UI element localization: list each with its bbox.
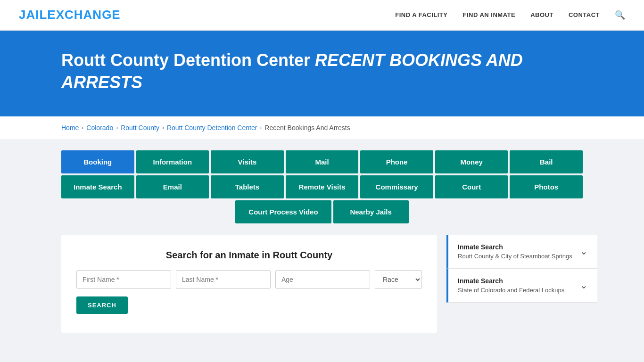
tab-row-3: Court Process Video Nearby Jails xyxy=(61,200,583,223)
chevron-down-icon: ⌄ xyxy=(580,246,588,257)
main-nav: FIND A FACILITY FIND AN INMATE ABOUT CON… xyxy=(395,10,625,20)
tab-booking[interactable]: Booking xyxy=(61,150,134,173)
logo-part1: JAIL xyxy=(19,8,47,22)
tab-money[interactable]: Money xyxy=(435,150,508,173)
tab-visits[interactable]: Visits xyxy=(211,150,284,173)
search-form-card: Search for an Inmate in Routt County Rac… xyxy=(61,235,437,333)
breadcrumb-sep-2: › xyxy=(116,124,118,131)
search-button[interactable]: SEARCH xyxy=(76,296,128,314)
logo[interactable]: JAILEXCHANGE xyxy=(19,8,121,22)
sidebar: Inmate Search Routt County & City of Ste… xyxy=(446,235,597,333)
breadcrumb-detention-center[interactable]: Routt County Detention Center xyxy=(167,124,257,132)
breadcrumb-current: Recent Bookings And Arrests xyxy=(264,124,350,132)
form-actions: SEARCH xyxy=(76,296,422,314)
hero-banner: Routt County Detention Center RECENT BOO… xyxy=(0,31,644,116)
nav-about[interactable]: ABOUT xyxy=(530,11,553,18)
tab-button-grid: Booking Information Visits Mail Phone Mo… xyxy=(61,150,583,223)
tab-tablets[interactable]: Tablets xyxy=(211,175,284,198)
tab-remote-visits[interactable]: Remote Visits xyxy=(286,175,359,198)
breadcrumb-colorado[interactable]: Colorado xyxy=(86,124,113,132)
header: JAILEXCHANGE FIND A FACILITY FIND AN INM… xyxy=(0,0,644,31)
tab-row-2: Inmate Search Email Tablets Remote Visit… xyxy=(61,175,583,198)
nav-find-inmate[interactable]: FIND AN INMATE xyxy=(462,11,515,18)
breadcrumb-routt-county[interactable]: Routt County xyxy=(121,124,159,132)
tab-row-1: Booking Information Visits Mail Phone Mo… xyxy=(61,150,583,173)
tab-nearby-jails[interactable]: Nearby Jails xyxy=(333,200,409,223)
form-row-names: Race White Black Hispanic Asian Other xyxy=(76,270,422,289)
breadcrumb-sep-1: › xyxy=(82,124,83,131)
tab-email[interactable]: Email xyxy=(136,175,209,198)
tab-mail[interactable]: Mail xyxy=(286,150,359,173)
page-title: Routt County Detention Center RECENT BOO… xyxy=(61,49,583,94)
tab-bail[interactable]: Bail xyxy=(510,150,583,173)
breadcrumb: Home › Colorado › Routt County › Routt C… xyxy=(0,116,644,139)
tab-phone[interactable]: Phone xyxy=(360,150,433,173)
tab-photos[interactable]: Photos xyxy=(510,175,583,198)
page-title-main: Routt County Detention Center xyxy=(61,50,315,70)
race-select[interactable]: Race White Black Hispanic Asian Other xyxy=(375,270,422,289)
sidebar-item-routt-title: Inmate Search xyxy=(458,243,572,251)
sidebar-item-colorado-subtitle: State of Colorado and Federal Lockups xyxy=(458,287,564,294)
lower-section: Search for an Inmate in Routt County Rac… xyxy=(61,235,583,333)
search-form-title: Search for an Inmate in Routt County xyxy=(76,250,422,261)
breadcrumb-sep-4: › xyxy=(260,124,262,131)
sidebar-item-routt-subtitle: Routt County & City of Steamboat Springs xyxy=(458,253,572,260)
age-input[interactable] xyxy=(275,270,370,289)
sidebar-item-colorado-text: Inmate Search State of Colorado and Fede… xyxy=(458,277,564,294)
sidebar-item-routt[interactable]: Inmate Search Routt County & City of Ste… xyxy=(446,235,597,269)
tab-court[interactable]: Court xyxy=(435,175,508,198)
chevron-down-icon-2: ⌄ xyxy=(580,280,588,291)
tab-information[interactable]: Information xyxy=(136,150,209,173)
search-icon-button[interactable]: 🔍 xyxy=(615,10,625,20)
first-name-input[interactable] xyxy=(76,270,171,289)
main-content: Booking Information Visits Mail Phone Mo… xyxy=(0,139,644,344)
sidebar-item-colorado-title: Inmate Search xyxy=(458,277,564,285)
tab-inmate-search[interactable]: Inmate Search xyxy=(61,175,134,198)
nav-contact[interactable]: CONTACT xyxy=(569,11,600,18)
breadcrumb-sep-3: › xyxy=(162,124,164,131)
sidebar-item-routt-text: Inmate Search Routt County & City of Ste… xyxy=(458,243,572,260)
breadcrumb-home[interactable]: Home xyxy=(61,124,79,132)
tab-court-process-video[interactable]: Court Process Video xyxy=(235,200,331,223)
tab-commissary[interactable]: Commissary xyxy=(360,175,433,198)
nav-find-facility[interactable]: FIND A FACILITY xyxy=(395,11,447,18)
logo-part2: EXCHANGE xyxy=(47,8,120,22)
sidebar-item-colorado[interactable]: Inmate Search State of Colorado and Fede… xyxy=(446,269,597,303)
last-name-input[interactable] xyxy=(176,270,271,289)
